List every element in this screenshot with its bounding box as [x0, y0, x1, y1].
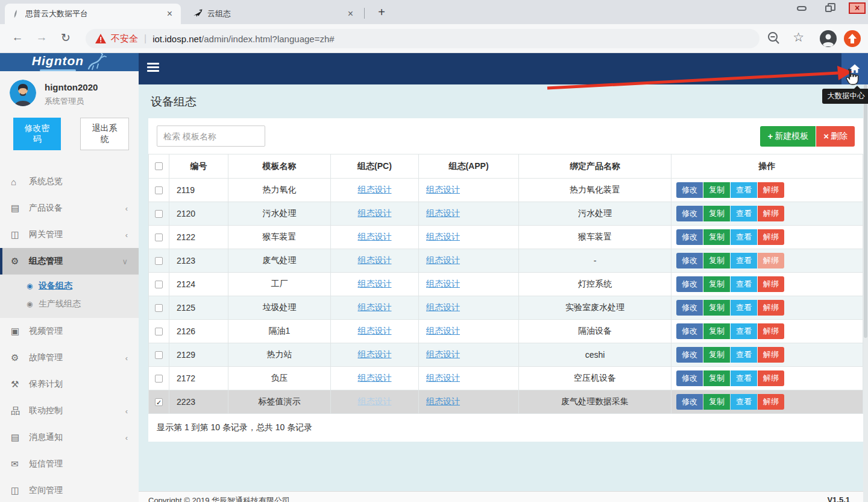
view-button[interactable]: 查看 — [731, 347, 757, 363]
profile-avatar-icon[interactable] — [820, 30, 837, 47]
view-button[interactable]: 查看 — [731, 229, 757, 245]
view-button[interactable]: 查看 — [731, 182, 757, 198]
logo-area[interactable]: Hignton — [0, 53, 139, 71]
tab-close-icon[interactable]: × — [165, 8, 175, 19]
search-input[interactable] — [157, 126, 265, 147]
app-design-link[interactable]: 组态设计 — [426, 302, 460, 312]
sidebar-item[interactable]: ▤消息通知‹ — [0, 424, 139, 451]
edit-button[interactable]: 修改 — [676, 394, 703, 410]
edit-button[interactable]: 修改 — [676, 182, 703, 198]
home-button[interactable] — [841, 53, 868, 84]
minimize-button[interactable] — [788, 1, 815, 16]
hamburger-menu-icon[interactable] — [147, 63, 159, 74]
unbind-button[interactable]: 解绑 — [758, 229, 784, 245]
pc-design-link[interactable]: 组态设计 — [358, 232, 392, 241]
edit-button[interactable]: 修改 — [676, 323, 703, 339]
edit-button[interactable]: 修改 — [676, 253, 703, 268]
pc-design-link[interactable]: 组态设计 — [358, 208, 392, 218]
zoom-indicator-icon[interactable] — [767, 30, 780, 46]
view-button[interactable]: 查看 — [731, 253, 757, 268]
sidebar-item[interactable]: ⚙故障管理‹ — [0, 345, 139, 371]
pc-design-link[interactable]: 组态设计 — [358, 302, 392, 312]
unbind-button[interactable]: 解绑 — [758, 276, 784, 292]
extension-up-icon[interactable] — [844, 30, 861, 47]
row-checkbox[interactable] — [155, 328, 163, 335]
scrollbar-thumb[interactable] — [864, 84, 867, 338]
unbind-button[interactable]: 解绑 — [758, 300, 784, 316]
view-button[interactable]: 查看 — [731, 276, 757, 292]
copy-button[interactable]: 复制 — [703, 229, 730, 245]
app-design-link[interactable]: 组态设计 — [426, 373, 460, 383]
edit-button[interactable]: 修改 — [676, 300, 703, 316]
sidebar-subitem[interactable]: ◉生产线组态 — [0, 295, 139, 313]
sidebar-item[interactable]: ⚙组态管理∨ — [0, 248, 139, 275]
address-bar[interactable]: 不安全 | iot.idosp.net/admin/index.html?lan… — [86, 29, 760, 48]
view-button[interactable]: 查看 — [731, 394, 757, 410]
row-checkbox[interactable] — [155, 281, 163, 288]
page-scrollbar[interactable] — [863, 84, 868, 502]
pc-design-link[interactable]: 组态设计 — [358, 279, 392, 288]
app-design-link[interactable]: 组态设计 — [426, 208, 460, 218]
logout-button[interactable]: 退出系统 — [80, 118, 129, 150]
edit-button[interactable]: 修改 — [676, 229, 703, 245]
unbind-button[interactable]: 解绑 — [758, 182, 784, 198]
copy-button[interactable]: 复制 — [703, 347, 730, 363]
view-button[interactable]: 查看 — [731, 300, 757, 316]
copy-button[interactable]: 复制 — [703, 182, 730, 198]
sidebar-item[interactable]: ⌂系统总览 — [0, 168, 139, 195]
unbind-button[interactable]: 解绑 — [758, 394, 784, 410]
sidebar-item[interactable]: ✉短信管理 — [0, 451, 139, 477]
unbind-button[interactable]: 解绑 — [758, 323, 784, 339]
app-design-link[interactable]: 组态设计 — [426, 396, 460, 406]
new-template-button[interactable]: +新建模板 — [760, 126, 816, 147]
new-tab-button[interactable]: + — [374, 5, 389, 21]
sidebar-item[interactable]: ▤产品设备‹ — [0, 195, 139, 221]
sidebar-item[interactable]: 品联动控制‹ — [0, 398, 139, 424]
sidebar-subitem[interactable]: ◉设备组态 — [0, 277, 139, 295]
edit-button[interactable]: 修改 — [676, 276, 703, 292]
edit-button[interactable]: 修改 — [676, 370, 703, 386]
app-design-link[interactable]: 组态设计 — [426, 279, 460, 288]
view-button[interactable]: 查看 — [731, 323, 757, 339]
pc-design-link[interactable]: 组态设计 — [358, 326, 392, 335]
edit-button[interactable]: 修改 — [676, 206, 703, 221]
security-label[interactable]: 不安全 — [111, 33, 138, 45]
sidebar-item[interactable]: ⚒保养计划 — [0, 371, 139, 398]
sidebar-item[interactable]: ▣视频管理 — [0, 318, 139, 345]
copy-button[interactable]: 复制 — [703, 370, 730, 386]
row-checkbox[interactable] — [155, 186, 163, 194]
unbind-button[interactable]: 解绑 — [758, 206, 784, 221]
row-checkbox[interactable] — [155, 351, 163, 359]
forward-button[interactable]: → — [34, 31, 49, 44]
tab-yunzutai[interactable]: 云组态 × — [187, 4, 362, 24]
copy-button[interactable]: 复制 — [703, 206, 730, 221]
app-design-link[interactable]: 组态设计 — [426, 326, 460, 335]
edit-button[interactable]: 修改 — [676, 347, 703, 363]
copy-button[interactable]: 复制 — [703, 300, 730, 316]
app-design-link[interactable]: 组态设计 — [426, 232, 460, 241]
copy-button[interactable]: 复制 — [703, 394, 730, 410]
pc-design-link[interactable]: 组态设计 — [358, 255, 392, 265]
copy-button[interactable]: 复制 — [703, 323, 730, 339]
copy-button[interactable]: 复制 — [703, 253, 730, 268]
row-checkbox[interactable] — [155, 257, 163, 265]
select-all-checkbox[interactable] — [155, 162, 163, 170]
delete-button[interactable]: ×删除 — [816, 126, 855, 147]
restore-button[interactable] — [815, 1, 841, 16]
tab-spyun[interactable]: 思普云大数据平台 × — [5, 4, 181, 24]
sidebar-item[interactable]: ◫网关管理‹ — [0, 221, 139, 248]
change-password-button[interactable]: 修改密码 — [13, 118, 61, 150]
app-design-link[interactable]: 组态设计 — [426, 349, 460, 359]
tab-close-icon[interactable]: × — [345, 8, 356, 19]
row-checkbox[interactable] — [155, 304, 163, 312]
pc-design-link[interactable]: 组态设计 — [358, 185, 392, 194]
pc-design-link[interactable]: 组态设计 — [358, 349, 392, 359]
view-button[interactable]: 查看 — [731, 206, 757, 221]
back-button[interactable]: ← — [10, 31, 25, 44]
app-design-link[interactable]: 组态设计 — [426, 185, 460, 194]
app-design-link[interactable]: 组态设计 — [426, 255, 460, 265]
view-button[interactable]: 查看 — [731, 370, 757, 386]
sidebar-item[interactable]: ◫空间管理 — [0, 477, 139, 502]
copy-button[interactable]: 复制 — [703, 276, 730, 292]
unbind-button[interactable]: 解绑 — [758, 347, 784, 363]
